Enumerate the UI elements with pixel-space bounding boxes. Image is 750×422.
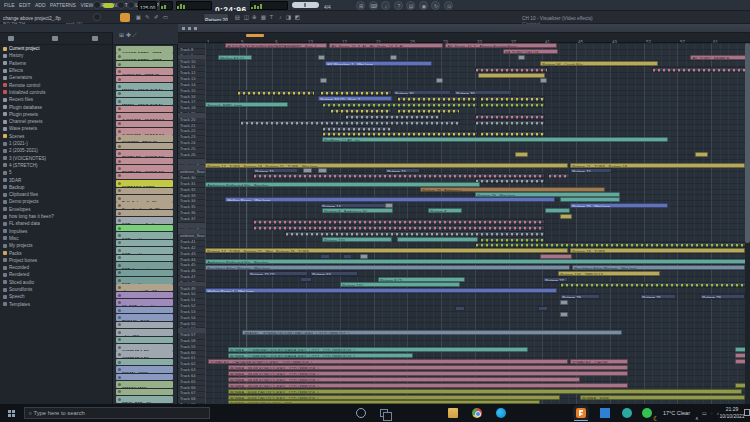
playlist-titlebar[interactable]: Playlist - Arrangement - MPC_Super_Mario… <box>178 24 750 33</box>
loop-marker[interactable] <box>246 34 264 37</box>
playlist-clip[interactable] <box>285 231 545 236</box>
channel-led[interactable] <box>118 160 121 163</box>
browser-view-icons[interactable] <box>0 33 113 45</box>
playlist-clip[interactable] <box>436 78 443 83</box>
browser-item[interactable]: History <box>3 52 111 59</box>
channel-button[interactable]: GVINC FX - WET (2) <box>116 68 173 75</box>
channel-led[interactable] <box>118 78 121 81</box>
playlist-clip[interactable]: Mellow Piano - Wet loop <box>225 197 555 202</box>
play-button[interactable] <box>117 1 125 9</box>
playlist-clip[interactable] <box>735 353 745 358</box>
browser-item[interactable]: 5 <box>3 169 111 176</box>
menu-file[interactable]: FILE <box>4 3 15 9</box>
playlist-clip[interactable]: Pattern 34 (2) - Part_2 <box>318 96 392 101</box>
playlist-clip[interactable]: BONBA - 909S <box>580 395 745 400</box>
channel-button[interactable]: SMASH (746) <box>116 381 173 388</box>
playlist-clip[interactable]: Pattern 8 - Ambience 90 <box>322 208 393 213</box>
playlist-clip[interactable] <box>475 242 745 247</box>
browser-item[interactable]: Misc <box>3 235 111 242</box>
toolbar-icon-0[interactable]: ⊞ <box>356 1 365 10</box>
browser-item[interactable]: Soundfonts <box>3 286 111 293</box>
toolbar-icon-5[interactable]: ◉ <box>419 1 428 10</box>
channel-led[interactable] <box>118 204 121 207</box>
browser-item[interactable]: Project bones <box>3 257 111 264</box>
playlist-ruler[interactable]: 15913172125293337414549535761 <box>178 33 750 43</box>
browser-item[interactable]: Speech <box>3 293 111 300</box>
playlist-clip[interactable]: BONBA - COMBINED 909 BY MAMA (KEY -) (11… <box>228 353 413 358</box>
channel-led[interactable] <box>118 197 121 200</box>
browser-item[interactable]: Recent files <box>3 96 111 103</box>
playlist-clip[interactable]: BONBA - COMBINED 909 BY MAMA (KEY -) (11… <box>228 347 528 352</box>
channel-button[interactable]: FOD_harmonica_w <box>116 270 173 277</box>
channel-led[interactable] <box>118 145 121 148</box>
channel-led[interactable] <box>118 256 121 259</box>
stop-button[interactable] <box>127 1 135 9</box>
channel-led[interactable] <box>118 286 121 289</box>
whatsapp-icon[interactable] <box>642 408 652 418</box>
channel-button[interactable]: slow perc trills_12s <box>116 284 173 291</box>
browser-item[interactable]: Channel presets <box>3 118 111 125</box>
channel-button[interactable]: TOMFLEY - CHOW AC <box>116 165 173 172</box>
playlist-clip[interactable]: FX Wooshes 1 - Wet loop <box>325 61 432 66</box>
playlist-clip[interactable]: Pattern 25 <box>640 294 676 299</box>
channel-button[interactable]: KVREADS (HMM) <box>116 180 173 187</box>
playlist-clip[interactable] <box>560 300 568 305</box>
channel-button[interactable]: SMASH (746) <box>116 389 173 396</box>
channel-button[interactable]: BellsA drum 1 - NL <box>116 188 173 195</box>
tool-icon-1[interactable]: ✎ <box>143 13 152 22</box>
playlist-clip[interactable]: AV_Stage_14_3_AI - AV_Night_14_3_AI <box>329 43 443 48</box>
playlist-clip[interactable] <box>540 78 547 83</box>
channel-led[interactable] <box>118 316 121 319</box>
channel-led[interactable] <box>118 137 121 140</box>
playlist-clip[interactable] <box>397 108 460 113</box>
channel-led[interactable] <box>118 376 121 379</box>
channel-button[interactable]: PVC146 - D2 <box>116 307 173 314</box>
playlist-clip[interactable]: Pattern 15 <box>570 168 612 173</box>
toolbar-icon-2[interactable]: ♪ <box>381 1 390 10</box>
playlist-clip[interactable] <box>318 55 325 60</box>
main-volume-knob[interactable] <box>93 1 101 9</box>
channel-button[interactable]: Smashy drum 3 - NL <box>116 202 173 209</box>
photos-icon[interactable] <box>600 408 610 418</box>
browser-item[interactable]: Plugin database <box>3 103 111 110</box>
channel-led[interactable] <box>118 174 121 177</box>
channel-led[interactable] <box>118 115 121 118</box>
start-button[interactable] <box>8 410 11 413</box>
cortana-icon[interactable] <box>356 408 366 418</box>
channel-button[interactable]: SHAKES - TING 90s <box>116 135 173 142</box>
tool-icon-3[interactable]: ▭ <box>161 13 170 22</box>
playlist-clip[interactable] <box>253 219 545 224</box>
menu-patterns[interactable]: PATTERNS <box>50 3 76 9</box>
playlist-clip[interactable] <box>253 225 545 230</box>
channel-button[interactable]: SOD_ambience_pe <box>116 232 173 239</box>
channel-led[interactable] <box>118 264 121 267</box>
browser-item[interactable]: Impulses <box>3 228 111 235</box>
playlist-clip[interactable] <box>240 120 460 125</box>
channel-button[interactable]: G KCHMA - 33 FAZ AC <box>116 113 173 120</box>
action-center-icon[interactable] <box>744 409 750 416</box>
playlist-clip[interactable]: BONBA - 909S DELUX 5 (KEY - 127) (3PROD9… <box>228 389 742 394</box>
browser-item[interactable]: Remote control <box>3 82 111 89</box>
channel-led[interactable] <box>118 55 121 58</box>
playlist-clip[interactable] <box>480 102 545 107</box>
tool-icon-0[interactable]: ▣ <box>134 13 143 22</box>
playlist-clip[interactable]: Pattern 29 <box>700 294 745 299</box>
toolbar-icon-4[interactable]: ▤ <box>406 1 415 10</box>
playlist-clip[interactable] <box>480 96 545 101</box>
channel-led[interactable] <box>118 100 121 103</box>
channel-button[interactable]: MSMG 1 - IN BLKWY <box>116 106 173 113</box>
channel-button[interactable]: SOD_snares2_side <box>116 225 173 232</box>
channel-button[interactable]: COMBAT 1 PG <box>116 344 173 351</box>
channel-button[interactable]: SOD_ambience_pe <box>116 247 173 254</box>
channel-button[interactable]: BellsA drum 2 - NL <box>116 195 173 202</box>
playlist-clip[interactable]: TOMFLEY - CHOW <box>570 359 628 364</box>
channel-led[interactable] <box>118 361 121 364</box>
channel-button[interactable]: TOMFLEY - CHOW AC <box>116 173 173 180</box>
playlist-clip[interactable] <box>560 197 620 202</box>
playlist-clip[interactable] <box>397 96 478 101</box>
playlist-clip[interactable]: Breakbeat Filter Weeper - Wet loop <box>205 265 570 270</box>
channel-button[interactable]: wht - 296 <box>116 329 173 336</box>
browser-item[interactable]: Wave presets <box>3 125 111 132</box>
browser-item[interactable]: Packs <box>3 249 111 256</box>
playlist-clip[interactable]: SPARKL - STEREOSOUND PAD (KEY -) (117) (… <box>242 330 622 335</box>
